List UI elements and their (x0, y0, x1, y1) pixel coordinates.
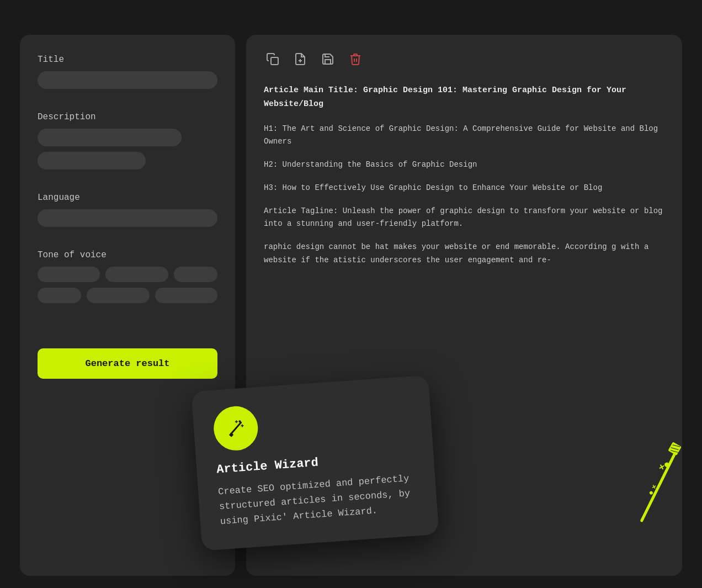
generate-button[interactable]: Generate result (38, 348, 217, 379)
article-body: raphic design cannot be hat makes your w… (264, 241, 664, 267)
title-input[interactable] (38, 71, 217, 89)
tone-chip-5[interactable] (87, 288, 149, 303)
article-h1: H1: The Art and Science of Graphic Desig… (264, 123, 664, 149)
tone-field-group: Tone of voice (38, 250, 217, 309)
svg-line-20 (652, 486, 655, 488)
svg-line-3 (230, 422, 242, 434)
language-label: Language (38, 193, 217, 203)
tone-label: Tone of voice (38, 250, 217, 260)
article-h3: H3: How to Effectively Use Graphic Desig… (264, 182, 664, 195)
description-input-1[interactable] (38, 129, 182, 146)
language-field-group: Language (38, 193, 217, 232)
toolbar (264, 50, 664, 68)
tone-chip-3[interactable] (174, 267, 217, 282)
tooltip-icon-circle (212, 405, 259, 452)
copy-icon[interactable] (264, 50, 281, 68)
wand-icon (224, 416, 248, 440)
description-label: Description (38, 112, 217, 122)
delete-icon[interactable] (347, 50, 364, 68)
title-label: Title (38, 55, 217, 65)
tone-chip-2[interactable] (105, 267, 168, 282)
tone-chip-1[interactable] (38, 267, 100, 282)
tone-row-1 (38, 267, 217, 282)
file-icon[interactable] (291, 50, 309, 68)
description-input-2[interactable] (38, 152, 146, 169)
tone-chip-6[interactable] (155, 288, 217, 303)
tone-row-2 (38, 288, 217, 303)
language-input[interactable] (38, 209, 217, 227)
title-field-group: Title (38, 55, 217, 94)
article-content: Article Main Title: Graphic Design 101: … (264, 83, 664, 267)
tone-chip-4[interactable] (38, 288, 81, 303)
tooltip-description: Create SEO optimized and perfectly struc… (217, 470, 418, 529)
tooltip-card: Article Wizard Create SEO optimized and … (191, 375, 439, 550)
article-h2: H2: Understanding the Basics of Graphic … (264, 158, 664, 172)
description-field-group: Description (38, 112, 217, 175)
svg-rect-4 (229, 432, 233, 437)
svg-rect-0 (271, 57, 278, 65)
article-tagline: Article Tagline: Unleash the power of gr… (264, 205, 664, 231)
article-main-title: Article Main Title: Graphic Design 101: … (264, 83, 664, 112)
save-icon[interactable] (319, 50, 337, 68)
svg-point-18 (649, 490, 653, 495)
